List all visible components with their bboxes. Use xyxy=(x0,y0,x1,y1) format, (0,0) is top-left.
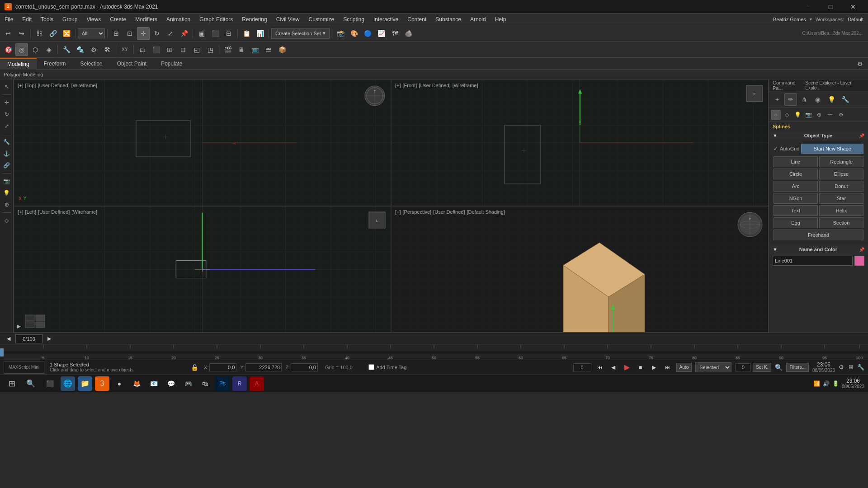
scene-explorer-label[interactable]: Scene Explorer - Layer Explo... xyxy=(805,80,864,90)
rp-tab-display[interactable]: 💡 xyxy=(825,93,838,106)
menu-views[interactable]: Views xyxy=(82,14,105,25)
rp-subtab-systems[interactable]: ⚙ xyxy=(836,110,846,120)
taskbar-app-3ds[interactable]: 3 xyxy=(95,376,109,391)
close-button[interactable]: ✕ xyxy=(843,0,863,14)
taskbar-app-whatsapp[interactable]: 💬 xyxy=(164,376,178,391)
select-region-button[interactable]: ⊡ xyxy=(123,27,136,40)
lt-light-icon[interactable]: 💡 xyxy=(1,188,12,198)
select-all-button[interactable]: ▣ xyxy=(195,27,208,40)
lt-shapes-icon[interactable]: ◇ xyxy=(1,215,12,226)
minimize-button[interactable]: − xyxy=(797,0,818,14)
tb2-render-5[interactable]: 📦 xyxy=(276,43,288,56)
menu-customize[interactable]: Customize xyxy=(304,14,339,25)
rp-subtab-shapes[interactable]: ◇ xyxy=(782,110,792,120)
snap2-button[interactable]: 🔩 xyxy=(74,43,86,56)
top-vp-plus[interactable]: [+] xyxy=(18,83,24,88)
menu-content[interactable]: Content xyxy=(403,14,431,25)
render-button[interactable]: 🎨 xyxy=(348,27,361,40)
align-button[interactable]: ⊟ xyxy=(222,27,235,40)
undo-button[interactable]: ↩ xyxy=(2,27,14,40)
shape-helix-button[interactable]: Helix xyxy=(819,205,863,216)
shape-line-button[interactable]: Line xyxy=(774,156,818,167)
front-vp-name[interactable]: [Front] xyxy=(403,83,417,88)
auto-key-button[interactable]: Auto xyxy=(676,363,692,372)
taskbar-app-chrome[interactable]: ● xyxy=(112,376,127,391)
lt-snap2-icon[interactable]: ⚓ xyxy=(1,148,12,159)
top-vp-name[interactable]: [Top] xyxy=(25,83,36,88)
extra-icon-1[interactable]: ⚙ xyxy=(839,364,844,371)
menu-edit[interactable]: Edit xyxy=(18,14,36,25)
menu-modifiers[interactable]: Modifiers xyxy=(131,14,162,25)
object-type-header[interactable]: ▼ Object Type 📌 xyxy=(769,131,868,140)
front-vp-wire[interactable]: [Wireframe] xyxy=(453,83,478,88)
select-button[interactable]: ⊞ xyxy=(110,27,123,40)
left-vp-play-btn[interactable]: ▶ xyxy=(17,323,21,329)
top-vp-user[interactable]: [User Defined] xyxy=(38,83,69,88)
create-selection-set-button[interactable]: Create Selection Set ▾ xyxy=(271,28,330,39)
menu-graph-editors[interactable]: Graph Editors xyxy=(195,14,237,25)
persp-nav-sphere[interactable]: P xyxy=(736,211,764,238)
tb2-view-3[interactable]: ⊞ xyxy=(163,43,176,56)
tab-populate[interactable]: Populate xyxy=(154,58,189,70)
taskbar-clock[interactable]: 23:06 08/05/2023 xyxy=(842,378,864,389)
tb2-view-2[interactable]: ⬛ xyxy=(150,43,162,56)
windows-start-button[interactable]: ⊞ xyxy=(4,375,20,392)
prev-frame-button[interactable]: ◀ xyxy=(609,362,618,372)
menu-group[interactable]: Group xyxy=(58,14,82,25)
timeline-scrubber[interactable]: 5 10 15 20 25 30 35 40 45 50 55 60 65 xyxy=(0,345,868,360)
mirror-button[interactable]: ⬛ xyxy=(209,27,222,40)
rotate-button[interactable]: ↻ xyxy=(151,27,163,40)
rp-subtab-cameras[interactable]: 📷 xyxy=(803,110,813,120)
filters-button[interactable]: Filters... xyxy=(786,363,809,372)
rp-tab-create[interactable]: + xyxy=(771,93,783,106)
current-time-input[interactable]: 0 xyxy=(573,363,591,371)
shape-circle-button[interactable]: Circle xyxy=(774,169,818,179)
shape-text-button[interactable]: Text xyxy=(774,205,818,216)
lt-helper-icon[interactable]: ⊕ xyxy=(1,199,12,210)
tab-object-paint[interactable]: Object Paint xyxy=(110,58,154,70)
material-button[interactable]: 🔵 xyxy=(362,27,374,40)
rp-tab-motion[interactable]: ◉ xyxy=(811,93,824,106)
tb2-view-5[interactable]: ◱ xyxy=(190,43,203,56)
shape-donut-button[interactable]: Donut xyxy=(819,181,863,192)
extra-icon-2[interactable]: 🖥 xyxy=(848,364,854,371)
curve-button[interactable]: 📈 xyxy=(375,27,388,40)
selection-lock-icon[interactable]: 🔒 xyxy=(191,364,198,371)
menu-animation[interactable]: Animation xyxy=(162,14,195,25)
shape-ngon-button[interactable]: NGon xyxy=(774,193,818,204)
tb2-render-2[interactable]: 🖥 xyxy=(235,43,248,56)
viewport-left[interactable]: [+] [Left] [User Defined] [Wireframe] L xyxy=(14,206,391,333)
play-button[interactable]: ▶ xyxy=(622,362,632,372)
time-tag-check[interactable] xyxy=(368,364,374,370)
menu-substance[interactable]: Substance xyxy=(431,14,466,25)
redo-button[interactable]: ↪ xyxy=(15,27,28,40)
tl-prev-button[interactable]: ◀ xyxy=(4,334,14,344)
prev-key-button[interactable]: ⏮ xyxy=(595,362,605,372)
search-icon[interactable]: 🔍 xyxy=(775,364,783,371)
tb2-render-1[interactable]: 🎬 xyxy=(222,43,234,56)
left-vp-name[interactable]: [Left] xyxy=(25,209,36,215)
viewport-top[interactable]: [+] [Top] [User Defined] [Wireframe] T X… xyxy=(14,80,391,206)
taskbar-app-firefox[interactable]: 🦊 xyxy=(129,376,144,391)
rp-subtab-geometry[interactable]: ○ xyxy=(771,110,781,120)
link-button[interactable]: ⛓ xyxy=(33,27,46,40)
rp-tab-utilities[interactable]: 🔧 xyxy=(839,93,851,106)
front-nav-cube[interactable]: F xyxy=(745,84,764,103)
set-key-time-input[interactable] xyxy=(735,363,751,371)
taskbar-app-store[interactable]: 🛍 xyxy=(198,376,212,391)
menu-tools[interactable]: Tools xyxy=(36,14,58,25)
menu-civil-view[interactable]: Civil View xyxy=(272,14,304,25)
filter-dropdown[interactable]: All xyxy=(78,28,105,38)
shape-rectangle-button[interactable]: Rectangle xyxy=(819,156,863,167)
front-vp-plus[interactable]: [+] xyxy=(395,83,401,88)
place-button[interactable]: 📌 xyxy=(178,27,190,40)
tab-selection[interactable]: Selection xyxy=(73,58,109,70)
graph-button[interactable]: 📊 xyxy=(254,27,266,40)
top-nav-cube[interactable]: T xyxy=(363,84,386,107)
scale-button[interactable]: ⤢ xyxy=(164,27,177,40)
set-key-button[interactable]: Set K. xyxy=(753,363,771,372)
capture-button[interactable]: 📸 xyxy=(335,27,347,40)
lt-rotate-icon[interactable]: ↻ xyxy=(1,109,12,120)
front-vp-user[interactable]: [User Defined] xyxy=(419,83,450,88)
persp-vp-plus[interactable]: [+] xyxy=(395,209,401,215)
